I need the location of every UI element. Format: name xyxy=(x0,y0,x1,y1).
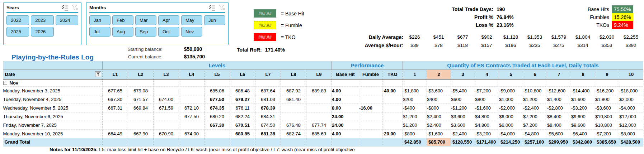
level-cell-L8[interactable]: 682.74 xyxy=(281,129,306,138)
qty-cell-6[interactable]: $7,200 xyxy=(523,121,547,129)
fumble-cell[interactable]: -16.00 xyxy=(359,104,382,112)
level-cell-L6[interactable]: 679.27 xyxy=(230,95,255,104)
month-button-aug[interactable]: Aug xyxy=(112,27,133,37)
level-cell-L9[interactable] xyxy=(306,112,332,121)
grand-total-empty-cell[interactable] xyxy=(382,138,403,146)
qty-cell-3[interactable]: -$1,200 xyxy=(451,104,475,112)
base-hit-cell[interactable]: 24.00 xyxy=(332,121,359,129)
month-button-oct[interactable]: Oct xyxy=(158,27,179,37)
level-cell-L1[interactable]: 667.30 xyxy=(103,95,128,104)
month-button-jun[interactable]: Jun xyxy=(204,15,225,25)
qty-header-8[interactable]: 8 xyxy=(571,70,595,80)
month-button-apr[interactable]: Apr xyxy=(158,15,179,25)
date-cell[interactable]: Thursday, November 6, 2025 xyxy=(3,112,103,121)
level-cell-L2[interactable]: 671.57 xyxy=(128,95,154,104)
level-header-L4[interactable]: L4 xyxy=(179,70,205,80)
qty-cell-5[interactable]: $6,000 xyxy=(499,112,523,121)
qty-cell-2[interactable]: $400 xyxy=(427,95,451,104)
qty-cell-9[interactable]: -$16,200 xyxy=(595,86,619,95)
grand-total-qty-9[interactable]: $385,650 xyxy=(595,138,619,146)
grand-total-qty-3[interactable]: $128,550 xyxy=(451,138,475,146)
grand-total-empty-cell[interactable] xyxy=(179,138,205,146)
qty-header-6[interactable]: 6 xyxy=(523,70,547,80)
base-hit-cell[interactable]: 4.00 xyxy=(332,129,359,138)
qty-cell[interactable] xyxy=(427,79,451,86)
qty-cell-4[interactable]: -$1,600 xyxy=(475,104,499,112)
level-cell[interactable] xyxy=(128,79,154,86)
level-cell-L7[interactable]: 684.31 xyxy=(255,112,281,121)
level-cell-L9[interactable] xyxy=(306,95,332,104)
qty-cell[interactable] xyxy=(403,79,427,86)
qty-cell-10[interactable]: $2,000 xyxy=(619,95,643,104)
qty-cell-5[interactable]: -$9,000 xyxy=(499,86,523,95)
qty-cell-4[interactable]: -$3,200 xyxy=(475,129,499,138)
level-cell[interactable] xyxy=(306,79,332,86)
qty-cell-1[interactable]: -$400 xyxy=(403,104,427,112)
month-button-feb[interactable]: Feb xyxy=(112,15,133,25)
level-cell-L3[interactable]: 674.00 xyxy=(154,95,179,104)
grand-total-empty-cell[interactable] xyxy=(332,138,359,146)
level-cell-L1[interactable]: 661.63 xyxy=(103,121,128,129)
qty-cell-10[interactable]: -$4,000 xyxy=(619,104,643,112)
multiselect-icon[interactable] xyxy=(62,5,69,11)
qty-cell-10[interactable]: -$8,000 xyxy=(619,129,643,138)
qty-cell-8[interactable]: -$6,400 xyxy=(571,129,595,138)
year-button-2023[interactable]: 2023 xyxy=(31,15,53,25)
qty-cell-2[interactable]: -$3,600 xyxy=(427,86,451,95)
year-button-2026[interactable]: 2026 xyxy=(31,27,53,37)
month-button-mar[interactable]: Mar xyxy=(135,15,156,25)
year-button-2025[interactable]: 2025 xyxy=(6,27,29,37)
level-cell-L9[interactable] xyxy=(306,104,332,112)
level-cell-L2[interactable]: 669.84 xyxy=(128,104,154,112)
level-cell[interactable] xyxy=(281,79,306,86)
level-cell[interactable] xyxy=(255,79,281,86)
qty-cell-5[interactable]: -$2,000 xyxy=(499,104,523,112)
month-button-sep[interactable]: Sep xyxy=(135,27,156,37)
grand-total-qty-1[interactable]: $42,850 xyxy=(403,138,427,146)
grand-total-qty-6[interactable]: $257,100 xyxy=(523,138,547,146)
qty-cell-8[interactable]: $1,600 xyxy=(571,95,595,104)
level-cell-L4[interactable]: 664.68 xyxy=(179,121,205,129)
qty-cell-3[interactable]: -$2,400 xyxy=(451,129,475,138)
performance-band-header[interactable]: Performance xyxy=(332,61,403,70)
qty-cell-9[interactable]: $10,800 xyxy=(595,121,619,129)
base-hit-cell[interactable]: 4.00 xyxy=(332,95,359,104)
level-cell-L4[interactable]: 672.10 xyxy=(179,104,205,112)
level-cell-L3[interactable]: 670.90 xyxy=(154,129,179,138)
qty-cell-7[interactable]: $1,400 xyxy=(547,95,571,104)
perf-header[interactable]: Fumble xyxy=(359,70,382,80)
level-cell-L7[interactable]: 681.03 xyxy=(255,95,281,104)
fumble-cell[interactable] xyxy=(359,129,382,138)
grand-total-empty-cell[interactable] xyxy=(154,138,179,146)
date-cell[interactable]: Tuesday, November 4, 2025 xyxy=(3,95,103,104)
grand-total-qty-4[interactable]: $171,400 xyxy=(475,138,499,146)
date-cell[interactable]: Friday, November 7, 2025 xyxy=(3,121,103,129)
level-cell-L8[interactable]: 676.48 xyxy=(281,121,306,129)
grand-total-qty-8[interactable]: $342,800 xyxy=(571,138,595,146)
level-cell-L3[interactable]: 664.13 xyxy=(154,121,179,129)
perf-header[interactable]: TKO xyxy=(382,70,403,80)
qty-cell-8[interactable]: $9,600 xyxy=(571,112,595,121)
qty-cell[interactable] xyxy=(475,79,499,86)
level-cell-L5[interactable]: 667.30 xyxy=(205,121,230,129)
qty-cell[interactable] xyxy=(499,79,523,86)
qty-cell[interactable] xyxy=(451,79,475,86)
qty-cell[interactable] xyxy=(547,79,571,86)
grand-total-empty-cell[interactable] xyxy=(128,138,154,146)
level-cell-L4[interactable]: 676.50 xyxy=(179,95,205,104)
qty-cell-5[interactable]: -$4,000 xyxy=(499,129,523,138)
qty-cell-5[interactable]: $1,000 xyxy=(499,95,523,104)
qty-cell-1[interactable]: -$1,800 xyxy=(403,86,427,95)
group-row-label[interactable]: Nov xyxy=(3,79,103,86)
level-cell-L6[interactable]: 686.48 xyxy=(230,86,255,95)
tko-cell[interactable]: -40.00 xyxy=(382,86,403,95)
clear-filter-icon[interactable] xyxy=(72,5,78,11)
qty-cell-5[interactable]: $6,000 xyxy=(499,121,523,129)
qty-cell-10[interactable]: $12,000 xyxy=(619,121,643,129)
qty-cell-2[interactable]: $2,400 xyxy=(427,112,451,121)
quantity-band-header[interactable]: Quantity of ES Contracts Traded at Each … xyxy=(403,61,643,70)
level-cell-L8[interactable]: 687.92 xyxy=(281,86,306,95)
grand-total-qty-7[interactable]: $299,950 xyxy=(547,138,571,146)
level-cell-L4[interactable]: 674.00 xyxy=(179,129,205,138)
qty-cell-9[interactable]: $10,800 xyxy=(595,112,619,121)
